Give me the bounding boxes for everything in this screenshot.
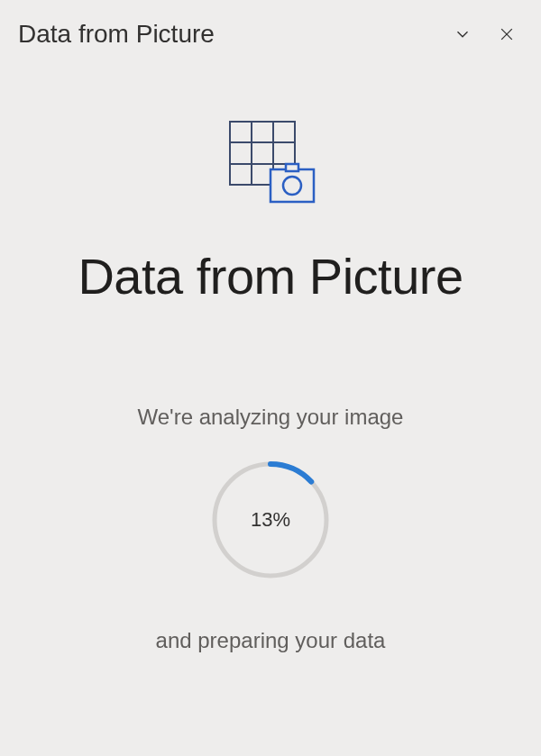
main-heading: Data from Picture	[78, 247, 463, 305]
collapse-button[interactable]	[449, 21, 476, 48]
status-text-top: We're analyzing your image	[138, 405, 404, 430]
close-button[interactable]	[494, 22, 519, 47]
data-from-picture-icon	[221, 117, 320, 211]
status-text-bottom: and preparing your data	[156, 628, 386, 653]
chevron-down-icon	[453, 24, 472, 44]
svg-rect-7	[270, 169, 314, 202]
close-icon	[498, 25, 516, 43]
panel-header: Data from Picture	[0, 0, 541, 63]
progress-percent-label: 13%	[251, 508, 290, 532]
panel-title: Data from Picture	[18, 20, 215, 49]
content-area: Data from Picture We're analyzing your i…	[0, 63, 541, 653]
svg-rect-8	[286, 164, 298, 171]
progress-indicator: 13%	[207, 457, 334, 583]
header-actions	[449, 21, 519, 48]
